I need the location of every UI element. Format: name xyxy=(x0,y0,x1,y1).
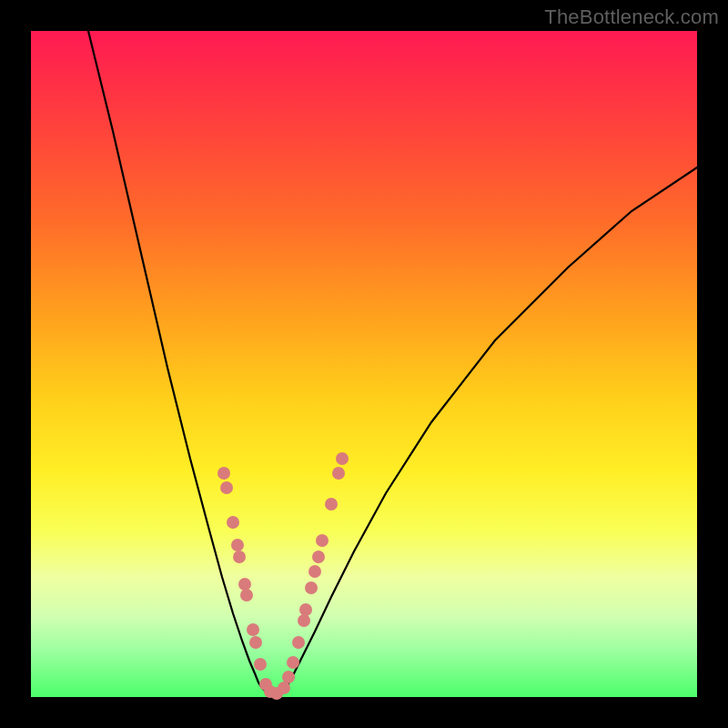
plot-area xyxy=(31,31,697,697)
marker-dot xyxy=(312,551,325,563)
marker-dot xyxy=(325,498,338,511)
outer-frame: TheBottleneck.com xyxy=(0,0,728,728)
marker-dot xyxy=(249,636,262,649)
marker-dot xyxy=(238,578,251,591)
marker-dot xyxy=(240,589,253,602)
marker-dot xyxy=(233,551,246,563)
marker-dot xyxy=(299,603,312,616)
marker-dot xyxy=(316,534,329,547)
chart-svg xyxy=(31,31,697,697)
marker-dot xyxy=(231,539,244,551)
marker-dot xyxy=(254,658,267,671)
marker-dot xyxy=(217,467,230,480)
curve-right xyxy=(280,167,697,694)
marker-dot xyxy=(247,623,259,636)
marker-dot xyxy=(220,481,233,494)
marker-dot xyxy=(336,452,349,465)
marker-dot xyxy=(298,614,310,627)
marker-dots xyxy=(217,452,349,700)
marker-dot xyxy=(278,682,290,694)
marker-dot xyxy=(282,671,295,683)
watermark-text: TheBottleneck.com xyxy=(544,5,719,29)
marker-dot xyxy=(332,467,345,480)
marker-dot xyxy=(305,581,318,594)
marker-dot xyxy=(227,516,239,529)
marker-dot xyxy=(287,656,299,669)
marker-dot xyxy=(308,565,321,578)
marker-dot xyxy=(292,636,305,649)
